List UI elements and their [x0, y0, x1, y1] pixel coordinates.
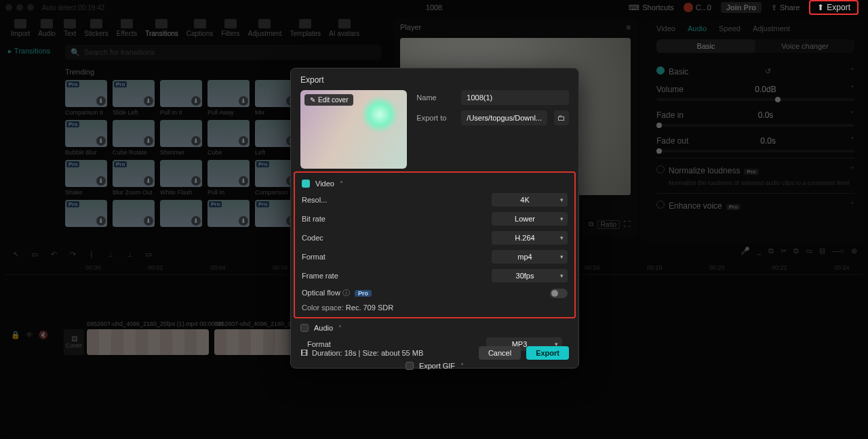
- framerate-select[interactable]: 30fps: [492, 269, 568, 283]
- side-nav-transitions[interactable]: ▸ Transitions: [8, 45, 50, 58]
- chevron-down-icon[interactable]: ˅: [850, 166, 854, 175]
- export-top-button[interactable]: ⬆Export: [812, 1, 856, 14]
- download-icon[interactable]: ⬇: [96, 96, 106, 106]
- lock-icon[interactable]: 🔒: [11, 331, 20, 339]
- timeline-right-tool-icon[interactable]: ⎯: [757, 247, 762, 255]
- traffic-light-min[interactable]: [16, 4, 23, 11]
- media-tool-transitions[interactable]: Transitions: [145, 19, 178, 37]
- search-transitions[interactable]: 🔍 Search for transitions: [65, 45, 381, 60]
- timeline-right-tool-icon[interactable]: ⊟: [819, 247, 825, 255]
- timeline-right-tool-icon[interactable]: —○: [832, 247, 844, 255]
- tab-video[interactable]: Video: [656, 24, 675, 33]
- edit-cover-button[interactable]: ✎Edit cover: [304, 94, 353, 106]
- download-icon[interactable]: ⬇: [144, 96, 153, 106]
- media-tool-text[interactable]: Text: [64, 19, 76, 37]
- timeline-tool-icon[interactable]: ⟂: [125, 250, 134, 258]
- download-icon[interactable]: ⬇: [191, 176, 201, 186]
- transition-thumb[interactable]: ⬇Shimmer: [160, 120, 202, 156]
- download-icon[interactable]: ⬇: [144, 176, 153, 186]
- share-button[interactable]: ⇪Share: [771, 3, 800, 12]
- transition-thumb[interactable]: ⬇Pull In: [208, 160, 250, 196]
- cancel-button[interactable]: Cancel: [479, 346, 521, 360]
- media-tool-templates[interactable]: Templates: [290, 19, 321, 37]
- download-icon[interactable]: ⬇: [239, 216, 248, 226]
- transition-thumb[interactable]: ⬇: [113, 200, 155, 229]
- transition-thumb[interactable]: Pro⬇Shake: [65, 160, 107, 196]
- subtab-basic[interactable]: Basic: [656, 39, 755, 53]
- resolution-select[interactable]: 4K: [492, 193, 568, 207]
- chevron-down-icon[interactable]: ˅: [850, 136, 854, 146]
- timeline-right-tool-icon[interactable]: ✂: [781, 247, 787, 255]
- media-tool-import[interactable]: Import: [11, 19, 30, 37]
- transition-thumb[interactable]: ⬇White Flash: [160, 160, 202, 196]
- normalize-radio[interactable]: [656, 165, 665, 173]
- timeline-tool-icon[interactable]: ▭: [144, 250, 153, 259]
- download-icon[interactable]: ⬇: [144, 136, 153, 146]
- download-icon[interactable]: ⬇: [96, 216, 106, 226]
- format-select[interactable]: mp4: [492, 250, 568, 264]
- tab-audio[interactable]: Audio: [688, 24, 707, 33]
- transition-thumb[interactable]: Pro⬇Bubble Blur: [65, 120, 107, 156]
- codec-select[interactable]: H.264: [492, 231, 568, 245]
- ratio-button[interactable]: Ratio: [597, 220, 620, 229]
- media-tool-stickers[interactable]: Stickers: [84, 19, 108, 37]
- subtab-voice-changer[interactable]: Voice changer: [755, 39, 854, 53]
- fullscreen-icon[interactable]: ⛶: [624, 220, 631, 229]
- timeline-tool-icon[interactable]: ↖: [11, 250, 20, 259]
- transition-thumb[interactable]: ⬇Pull In II: [160, 80, 202, 116]
- media-tool-adjustment[interactable]: Adjustment: [248, 19, 281, 37]
- timeline-tool-icon[interactable]: ▭: [30, 250, 39, 259]
- download-icon[interactable]: ⬇: [191, 96, 201, 106]
- media-tool-audio[interactable]: Audio: [38, 19, 56, 37]
- media-tool-captions[interactable]: Captions: [186, 19, 213, 37]
- download-icon[interactable]: ⬇: [191, 136, 201, 146]
- credits-indicator[interactable]: C...0: [684, 3, 711, 12]
- fadeout-slider[interactable]: [656, 150, 854, 152]
- video-toggle-on[interactable]: [302, 180, 310, 188]
- transition-thumb[interactable]: Pro⬇: [65, 200, 107, 229]
- timeline-tool-icon[interactable]: ↷: [68, 250, 77, 259]
- chevron-up-icon[interactable]: ˄: [850, 67, 854, 77]
- player-menu-icon[interactable]: ≡: [627, 23, 631, 31]
- frame-icon[interactable]: ⧉: [589, 220, 593, 229]
- opticalflow-switch[interactable]: [550, 289, 568, 298]
- transition-thumb[interactable]: ⬇Pull Away: [208, 80, 250, 116]
- timeline-right-tool-icon[interactable]: ⧉: [768, 247, 774, 255]
- timeline-right-tool-icon[interactable]: ⊕: [851, 247, 857, 255]
- volume-slider[interactable]: [656, 98, 854, 101]
- media-tool-effects[interactable]: Effects: [117, 19, 137, 37]
- reset-icon[interactable]: ↺: [765, 67, 771, 76]
- download-icon[interactable]: ⬇: [144, 216, 153, 226]
- transition-thumb[interactable]: ⬇: [160, 200, 202, 229]
- chevron-down-icon[interactable]: ˅: [850, 110, 854, 120]
- bitrate-select[interactable]: Lower: [492, 212, 568, 226]
- browse-folder-button[interactable]: 🗀: [554, 110, 569, 125]
- download-icon[interactable]: ⬇: [239, 176, 248, 186]
- timeline-tool-icon[interactable]: |: [87, 250, 96, 258]
- join-pro-button[interactable]: Join Pro: [721, 2, 762, 13]
- download-icon[interactable]: ⬇: [239, 96, 248, 106]
- transition-thumb[interactable]: ⬇Cube: [208, 120, 250, 156]
- chevron-down-icon[interactable]: ˅: [850, 85, 854, 94]
- timeline-tool-icon[interactable]: ⟂: [106, 250, 115, 258]
- transition-thumb[interactable]: Pro⬇Comparison II: [65, 80, 107, 116]
- timeline-clip-a[interactable]: 6952607-uhd_4096_2160_25fps (1).mp4 00:0…: [87, 329, 209, 355]
- eye-icon[interactable]: 👁: [26, 331, 33, 339]
- audio-toggle-off[interactable]: [300, 324, 309, 332]
- audio-section-header[interactable]: Audio ˄: [300, 321, 569, 335]
- basic-radio-icon[interactable]: [656, 66, 665, 75]
- traffic-light-max[interactable]: [27, 4, 34, 11]
- download-icon[interactable]: ⬇: [96, 136, 106, 146]
- media-tool-filters[interactable]: Filters: [221, 19, 239, 37]
- media-tool-ai-avatars[interactable]: AI avatars: [329, 19, 359, 37]
- traffic-light-close[interactable]: [5, 4, 12, 11]
- shortcuts-button[interactable]: ⌨Shortcuts: [629, 3, 673, 12]
- download-icon[interactable]: ⬇: [191, 216, 201, 226]
- transition-thumb[interactable]: Pro⬇Slide Left: [113, 80, 155, 116]
- fadein-slider[interactable]: [656, 124, 854, 127]
- timeline-tool-icon[interactable]: ↶: [49, 250, 58, 259]
- transition-thumb[interactable]: Pro⬇: [208, 200, 250, 229]
- export-button[interactable]: Export: [526, 346, 569, 360]
- timeline-right-tool-icon[interactable]: ⧉: [793, 247, 799, 255]
- timeline-cover-chip[interactable]: 🖼Cover: [64, 329, 84, 355]
